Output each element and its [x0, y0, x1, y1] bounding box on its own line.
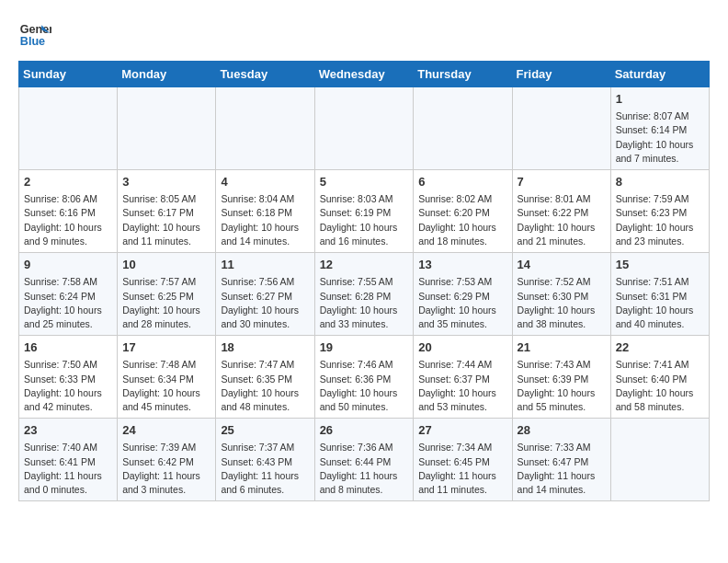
weekday-header-thursday: Thursday [414, 62, 512, 87]
day-cell: 16Sunrise: 7:50 AMSunset: 6:33 PMDayligh… [19, 336, 118, 419]
day-cell: 15Sunrise: 7:51 AMSunset: 6:31 PMDayligh… [610, 253, 709, 336]
day-number: 25 [221, 422, 309, 439]
day-number: 11 [221, 257, 309, 273]
day-cell: 9Sunrise: 7:58 AMSunset: 6:24 PMDaylight… [19, 253, 118, 336]
day-cell: 18Sunrise: 7:47 AMSunset: 6:35 PMDayligh… [216, 336, 314, 419]
day-number: 4 [221, 174, 309, 190]
day-info: Sunrise: 7:53 AMSunset: 6:29 PMDaylight:… [418, 275, 506, 331]
day-cell: 6Sunrise: 8:02 AMSunset: 6:20 PMDaylight… [414, 170, 512, 253]
day-cell: 7Sunrise: 8:01 AMSunset: 6:22 PMDaylight… [512, 170, 610, 253]
weekday-header-tuesday: Tuesday [216, 62, 314, 87]
day-cell: 1Sunrise: 8:07 AMSunset: 6:14 PMDaylight… [610, 87, 709, 170]
day-cell: 17Sunrise: 7:48 AMSunset: 6:34 PMDayligh… [118, 336, 216, 419]
day-number: 3 [122, 174, 210, 190]
day-number: 14 [518, 257, 606, 273]
header: General Blue [18, 18, 710, 52]
weekday-header-saturday: Saturday [610, 62, 709, 87]
day-cell [314, 87, 414, 170]
day-info: Sunrise: 8:03 AMSunset: 6:19 PMDaylight:… [320, 192, 409, 248]
day-cell: 11Sunrise: 7:56 AMSunset: 6:27 PMDayligh… [216, 253, 314, 336]
day-info: Sunrise: 7:47 AMSunset: 6:35 PMDaylight:… [221, 358, 309, 414]
day-number: 10 [122, 257, 210, 273]
day-info: Sunrise: 7:57 AMSunset: 6:25 PMDaylight:… [122, 275, 210, 331]
day-cell: 2Sunrise: 8:06 AMSunset: 6:16 PMDaylight… [19, 170, 118, 253]
day-number: 18 [221, 339, 309, 356]
calendar: SundayMondayTuesdayWednesdayThursdayFrid… [18, 61, 710, 501]
day-number: 19 [320, 339, 409, 356]
day-number: 20 [418, 339, 506, 356]
day-info: Sunrise: 7:41 AMSunset: 6:40 PMDaylight:… [616, 358, 704, 414]
day-cell [414, 87, 512, 170]
week-row-4: 16Sunrise: 7:50 AMSunset: 6:33 PMDayligh… [19, 336, 710, 419]
day-cell [19, 87, 118, 170]
day-cell [216, 87, 314, 170]
day-number: 5 [320, 174, 409, 190]
day-cell: 26Sunrise: 7:36 AMSunset: 6:44 PMDayligh… [314, 419, 414, 501]
svg-text:Blue: Blue [20, 35, 45, 48]
day-number: 6 [418, 174, 506, 190]
day-number: 21 [518, 339, 606, 356]
day-info: Sunrise: 8:04 AMSunset: 6:18 PMDaylight:… [221, 192, 309, 248]
day-number: 17 [122, 339, 210, 356]
day-info: Sunrise: 7:50 AMSunset: 6:33 PMDaylight:… [24, 358, 112, 414]
weekday-header-row: SundayMondayTuesdayWednesdayThursdayFrid… [19, 62, 710, 87]
day-number: 28 [518, 422, 606, 439]
day-cell: 12Sunrise: 7:55 AMSunset: 6:28 PMDayligh… [314, 253, 414, 336]
logo: General Blue [18, 18, 55, 52]
day-cell: 28Sunrise: 7:33 AMSunset: 6:47 PMDayligh… [512, 419, 610, 501]
week-row-5: 23Sunrise: 7:40 AMSunset: 6:41 PMDayligh… [19, 419, 710, 501]
day-number: 9 [24, 257, 112, 273]
day-cell: 5Sunrise: 8:03 AMSunset: 6:19 PMDaylight… [314, 170, 414, 253]
day-info: Sunrise: 7:34 AMSunset: 6:45 PMDaylight:… [418, 441, 506, 497]
day-info: Sunrise: 7:37 AMSunset: 6:43 PMDaylight:… [221, 441, 309, 497]
day-info: Sunrise: 7:56 AMSunset: 6:27 PMDaylight:… [221, 275, 309, 331]
day-info: Sunrise: 8:05 AMSunset: 6:17 PMDaylight:… [122, 192, 210, 248]
day-info: Sunrise: 8:07 AMSunset: 6:14 PMDaylight:… [616, 109, 704, 166]
day-number: 13 [418, 257, 506, 273]
day-number: 12 [320, 257, 409, 273]
day-cell: 14Sunrise: 7:52 AMSunset: 6:30 PMDayligh… [512, 253, 610, 336]
day-info: Sunrise: 7:40 AMSunset: 6:41 PMDaylight:… [24, 441, 112, 497]
day-cell: 10Sunrise: 7:57 AMSunset: 6:25 PMDayligh… [118, 253, 216, 336]
weekday-header-friday: Friday [512, 62, 610, 87]
day-info: Sunrise: 8:01 AMSunset: 6:22 PMDaylight:… [518, 192, 606, 248]
day-number: 1 [616, 91, 704, 108]
day-cell: 27Sunrise: 7:34 AMSunset: 6:45 PMDayligh… [414, 419, 512, 501]
day-number: 15 [616, 257, 704, 273]
day-cell: 22Sunrise: 7:41 AMSunset: 6:40 PMDayligh… [610, 336, 709, 419]
day-cell: 4Sunrise: 8:04 AMSunset: 6:18 PMDaylight… [216, 170, 314, 253]
day-number: 26 [320, 422, 409, 439]
weekday-header-monday: Monday [118, 62, 216, 87]
day-number: 23 [24, 422, 112, 439]
day-number: 16 [24, 339, 112, 356]
week-row-3: 9Sunrise: 7:58 AMSunset: 6:24 PMDaylight… [19, 253, 710, 336]
day-number: 22 [616, 339, 704, 356]
day-info: Sunrise: 7:48 AMSunset: 6:34 PMDaylight:… [122, 358, 210, 414]
week-row-2: 2Sunrise: 8:06 AMSunset: 6:16 PMDaylight… [19, 170, 710, 253]
day-cell [118, 87, 216, 170]
day-info: Sunrise: 8:06 AMSunset: 6:16 PMDaylight:… [24, 192, 112, 248]
day-cell: 23Sunrise: 7:40 AMSunset: 6:41 PMDayligh… [19, 419, 118, 501]
day-cell: 24Sunrise: 7:39 AMSunset: 6:42 PMDayligh… [118, 419, 216, 501]
day-info: Sunrise: 7:36 AMSunset: 6:44 PMDaylight:… [320, 441, 409, 497]
day-info: Sunrise: 7:44 AMSunset: 6:37 PMDaylight:… [418, 358, 506, 414]
day-cell: 21Sunrise: 7:43 AMSunset: 6:39 PMDayligh… [512, 336, 610, 419]
day-cell: 8Sunrise: 7:59 AMSunset: 6:23 PMDaylight… [610, 170, 709, 253]
day-cell [610, 419, 709, 501]
day-cell [512, 87, 610, 170]
day-info: Sunrise: 7:59 AMSunset: 6:23 PMDaylight:… [616, 192, 704, 248]
day-info: Sunrise: 7:55 AMSunset: 6:28 PMDaylight:… [320, 275, 409, 331]
day-info: Sunrise: 7:43 AMSunset: 6:39 PMDaylight:… [518, 358, 606, 414]
week-row-1: 1Sunrise: 8:07 AMSunset: 6:14 PMDaylight… [19, 87, 710, 170]
day-cell: 3Sunrise: 8:05 AMSunset: 6:17 PMDaylight… [118, 170, 216, 253]
day-cell: 13Sunrise: 7:53 AMSunset: 6:29 PMDayligh… [414, 253, 512, 336]
day-info: Sunrise: 8:02 AMSunset: 6:20 PMDaylight:… [418, 192, 506, 248]
day-cell: 25Sunrise: 7:37 AMSunset: 6:43 PMDayligh… [216, 419, 314, 501]
weekday-header-wednesday: Wednesday [314, 62, 414, 87]
logo-icon: General Blue [18, 18, 51, 52]
day-number: 2 [24, 174, 112, 190]
day-info: Sunrise: 7:39 AMSunset: 6:42 PMDaylight:… [122, 441, 210, 497]
day-info: Sunrise: 7:33 AMSunset: 6:47 PMDaylight:… [518, 441, 606, 497]
day-info: Sunrise: 7:52 AMSunset: 6:30 PMDaylight:… [518, 275, 606, 331]
day-number: 8 [616, 174, 704, 190]
